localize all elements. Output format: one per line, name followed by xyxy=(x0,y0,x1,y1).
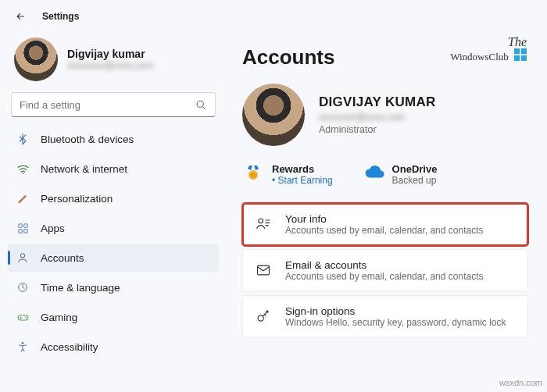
card-your-info[interactable]: Your info Accounts used by email, calend… xyxy=(242,203,528,246)
back-button[interactable] xyxy=(9,5,31,27)
nav-apps[interactable]: Apps xyxy=(8,214,219,242)
windows-flag-icon xyxy=(514,48,527,61)
watermark: wsxdn.com xyxy=(499,378,542,387)
card-subtitle: Accounts used by email, calendar, and co… xyxy=(285,271,483,282)
hero-role: Administrator xyxy=(319,124,436,135)
window-title: Settings xyxy=(42,11,79,22)
nav-accounts[interactable]: Accounts xyxy=(8,244,219,272)
clock-globe-icon xyxy=(16,280,30,294)
svg-rect-13 xyxy=(514,48,520,54)
tile-subtitle: Start Earning xyxy=(272,175,333,186)
tile-title: Rewards xyxy=(272,163,333,175)
avatar xyxy=(14,37,58,81)
settings-cards: Your info Accounts used by email, calend… xyxy=(242,203,528,338)
gamepad-icon xyxy=(16,310,30,324)
back-arrow-icon xyxy=(15,11,26,22)
nav-gaming[interactable]: Gaming xyxy=(8,303,219,331)
nav-personalization[interactable]: Personalization xyxy=(8,184,219,212)
svg-rect-3 xyxy=(18,223,21,226)
search-input[interactable] xyxy=(20,99,195,111)
svg-rect-16 xyxy=(521,55,527,61)
card-email-accounts[interactable]: Email & accounts Accounts used by email,… xyxy=(242,249,528,292)
svg-rect-5 xyxy=(18,229,21,232)
brand-logo-text: The WindowsClub xyxy=(450,36,527,62)
nav-list: Bluetooth & devices Network & internet P… xyxy=(8,125,219,361)
svg-rect-14 xyxy=(521,48,527,54)
svg-point-10 xyxy=(24,316,25,317)
svg-point-18 xyxy=(251,173,256,178)
nav-label: Accessibility xyxy=(41,341,98,353)
account-hero: DIGVIJAY KUMAR xxxxxxxx@xxxx.com Adminis… xyxy=(242,84,528,146)
nav-label: Apps xyxy=(41,223,65,234)
nav-label: Gaming xyxy=(41,312,77,323)
tiles-row: Rewards Start Earning OneDrive Backed up xyxy=(242,160,528,189)
nav-label: Time & language xyxy=(41,282,120,294)
hero-email: xxxxxxxx@xxxx.com xyxy=(319,112,436,123)
tile-onedrive[interactable]: OneDrive Backed up xyxy=(364,163,438,186)
svg-point-2 xyxy=(22,173,23,174)
brand-line1: The xyxy=(450,36,527,48)
nav-label: Network & internet xyxy=(41,163,127,175)
bluetooth-icon xyxy=(16,132,30,146)
your-info-icon xyxy=(256,216,273,233)
tile-subtitle: Backed up xyxy=(392,175,438,186)
card-title: Email & accounts xyxy=(285,259,483,271)
nav-time-language[interactable]: Time & language xyxy=(8,273,219,301)
card-subtitle: Windows Hello, security key, password, d… xyxy=(285,317,506,328)
nav-accessibility[interactable]: Accessibility xyxy=(8,333,219,361)
sidebar-profile[interactable]: Digvijay kumar xxxxxxxx@xxxx.com xyxy=(8,33,219,91)
svg-rect-6 xyxy=(23,229,27,232)
main-pane: The WindowsClub Accounts DIGVIJAY KUMAR … xyxy=(227,33,547,392)
key-icon xyxy=(256,308,273,326)
sidebar: Digvijay kumar xxxxxxxx@xxxx.com Bluetoo… xyxy=(0,33,227,392)
nav-label: Accounts xyxy=(41,252,84,264)
avatar-large xyxy=(242,84,305,146)
wifi-icon xyxy=(16,162,30,176)
tile-title: OneDrive xyxy=(392,163,438,175)
profile-name: Digvijay kumar xyxy=(67,48,153,60)
paintbrush-icon xyxy=(16,191,30,205)
svg-line-1 xyxy=(202,106,205,109)
person-icon xyxy=(16,251,30,265)
card-title: Sign-in options xyxy=(285,305,506,317)
nav-network[interactable]: Network & internet xyxy=(8,155,219,183)
accessibility-icon xyxy=(16,340,30,354)
brand-line2: WindowsClub xyxy=(450,51,509,62)
rewards-medal-icon xyxy=(244,163,263,182)
card-signin-options[interactable]: Sign-in options Windows Hello, security … xyxy=(242,295,528,338)
onedrive-cloud-icon xyxy=(364,163,383,182)
search-box[interactable] xyxy=(11,92,216,117)
tile-rewards[interactable]: Rewards Start Earning xyxy=(244,163,333,186)
svg-rect-15 xyxy=(514,55,520,61)
profile-email: xxxxxxxx@xxxx.com xyxy=(67,60,153,71)
svg-rect-9 xyxy=(18,315,28,319)
search-icon xyxy=(195,99,207,111)
hero-name: DIGVIJAY KUMAR xyxy=(319,94,436,110)
svg-point-0 xyxy=(197,101,203,107)
svg-point-7 xyxy=(20,254,24,258)
nav-label: Bluetooth & devices xyxy=(41,134,134,145)
svg-rect-20 xyxy=(258,265,270,275)
svg-point-11 xyxy=(26,318,27,319)
nav-bluetooth[interactable]: Bluetooth & devices xyxy=(8,125,219,153)
card-subtitle: Accounts used by email, calendar, and co… xyxy=(285,225,483,236)
apps-icon xyxy=(16,221,30,235)
svg-rect-4 xyxy=(23,223,27,226)
title-bar: Settings xyxy=(0,0,547,33)
svg-point-19 xyxy=(259,219,263,223)
mail-icon xyxy=(256,262,273,280)
svg-point-12 xyxy=(22,342,24,344)
card-title: Your info xyxy=(285,213,483,225)
nav-label: Personalization xyxy=(41,193,113,205)
